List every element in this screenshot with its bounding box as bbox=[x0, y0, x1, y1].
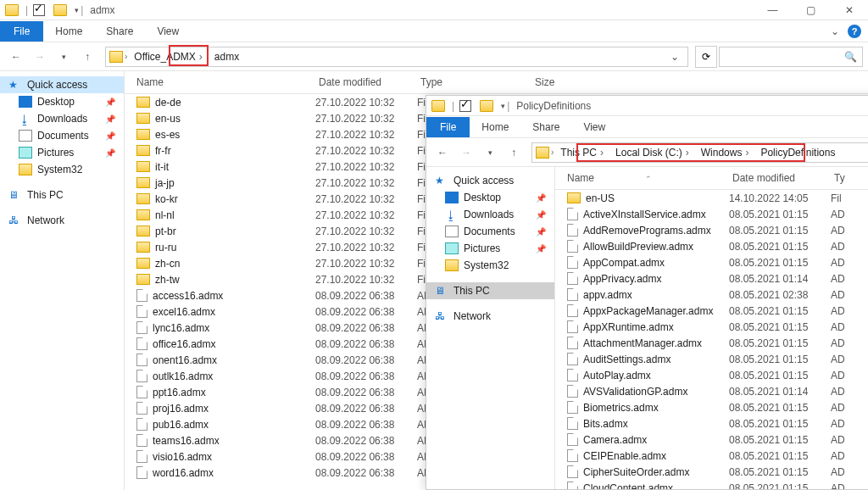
col-date[interactable]: Date modified bbox=[315, 71, 417, 93]
file-icon bbox=[567, 465, 578, 478]
breadcrumb-local-disk[interactable]: Local Disk (C:)› bbox=[610, 145, 694, 160]
col-name[interactable]: Name⌃ bbox=[555, 167, 729, 189]
file-menu[interactable]: File bbox=[426, 117, 470, 137]
recent-locations-icon[interactable]: ▾ bbox=[53, 46, 75, 68]
file-row[interactable]: en-US14.10.2022 14:05Fil bbox=[555, 190, 868, 206]
file-row[interactable]: AutoPlay.admx08.05.2021 01:15AD bbox=[555, 367, 868, 383]
file-date: 27.10.2022 10:32 bbox=[315, 97, 417, 109]
breadcrumb-policydefinitions[interactable]: PolicyDefinitions bbox=[755, 145, 840, 160]
dropdown-arrow-icon[interactable]: ▾ bbox=[501, 102, 505, 110]
up-button[interactable]: ↑ bbox=[503, 142, 525, 164]
help-icon[interactable]: ? bbox=[848, 25, 861, 38]
breadcrumb-windows[interactable]: Windows› bbox=[696, 145, 754, 160]
sidebar-this-pc[interactable]: 🖥This PC bbox=[426, 282, 554, 299]
sidebar-item-desktop[interactable]: Desktop📌 bbox=[426, 189, 554, 206]
address-dropdown-icon[interactable]: ⌄ bbox=[665, 51, 684, 63]
document-icon bbox=[19, 130, 32, 142]
sidebar-item-documents[interactable]: Documents📌 bbox=[426, 223, 554, 240]
file-name: ActiveXInstallService.admx bbox=[583, 209, 706, 220]
col-date[interactable]: Date modified bbox=[729, 167, 831, 189]
file-row[interactable]: AppCompat.admx08.05.2021 01:15AD bbox=[555, 254, 868, 270]
share-menu[interactable]: Share bbox=[520, 117, 571, 137]
search-input[interactable]: 🔍 bbox=[719, 47, 863, 67]
file-row[interactable]: AuditSettings.admx08.05.2021 01:15AD bbox=[555, 351, 868, 367]
file-date: 08.05.2021 01:15 bbox=[729, 241, 831, 253]
file-row[interactable]: AppXRuntime.admx08.05.2021 01:15AD bbox=[555, 319, 868, 335]
home-menu[interactable]: Home bbox=[43, 21, 94, 42]
sidebar-item-system32[interactable]: System32 bbox=[0, 161, 124, 178]
home-menu[interactable]: Home bbox=[470, 117, 520, 137]
file-row[interactable]: AVSValidationGP.admx08.05.2021 01:14AD bbox=[555, 383, 868, 399]
chevron-right-icon[interactable]: › bbox=[125, 52, 127, 61]
file-date: 08.05.2021 01:15 bbox=[729, 209, 831, 220]
file-type: AD bbox=[831, 450, 868, 462]
col-type[interactable]: Type bbox=[417, 71, 531, 93]
back-button[interactable]: ← bbox=[5, 46, 27, 68]
sidebar-this-pc[interactable]: 🖥This PC bbox=[0, 187, 124, 203]
file-row[interactable]: Bits.admx08.05.2021 01:15AD bbox=[555, 415, 868, 432]
breadcrumb-office-admx[interactable]: Office_ADMX› bbox=[129, 49, 207, 64]
sidebar-item-downloads[interactable]: ⭳Downloads📌 bbox=[426, 206, 554, 223]
view-menu[interactable]: View bbox=[145, 21, 191, 42]
sidebar-item-documents[interactable]: Documents📌 bbox=[0, 127, 124, 144]
file-name: ko-kr bbox=[155, 193, 178, 205]
file-row[interactable]: AllowBuildPreview.admx08.05.2021 01:15AD bbox=[555, 238, 868, 254]
file-row[interactable]: CipherSuiteOrder.admx08.05.2021 01:15AD bbox=[555, 464, 868, 480]
dropdown-arrow-icon[interactable]: ▾ bbox=[75, 6, 79, 14]
file-row[interactable]: AttachmentManager.admx08.05.2021 01:15AD bbox=[555, 335, 868, 351]
file-date: 08.05.2021 01:15 bbox=[729, 305, 831, 317]
col-size[interactable]: Size bbox=[531, 71, 599, 93]
file-name: Camera.admx bbox=[583, 434, 647, 446]
sidebar-item-downloads[interactable]: ⭳Downloads📌 bbox=[0, 110, 124, 127]
file-row[interactable]: AddRemovePrograms.admx08.05.2021 01:15AD bbox=[555, 222, 868, 238]
back-button[interactable]: ← bbox=[431, 142, 453, 164]
nav-pane: ★Quick access Desktop📌⭳Downloads📌Documen… bbox=[0, 71, 125, 490]
breadcrumb-admx[interactable]: admx bbox=[209, 49, 244, 64]
recent-locations-icon[interactable]: ▾ bbox=[479, 142, 501, 164]
sidebar-item-pictures[interactable]: Pictures📌 bbox=[426, 240, 554, 257]
close-button[interactable]: ✕ bbox=[830, 0, 868, 20]
file-row[interactable]: CloudContent.admx08.05.2021 01:15AD bbox=[555, 480, 868, 489]
file-row[interactable]: Biometrics.admx08.05.2021 01:15AD bbox=[555, 399, 868, 415]
sidebar-quick-access[interactable]: ★Quick access bbox=[426, 172, 554, 189]
file-row[interactable]: AppxPackageManager.admx08.05.2021 01:15A… bbox=[555, 303, 868, 319]
sidebar-network[interactable]: 🖧Network bbox=[0, 212, 124, 229]
col-type[interactable]: Ty bbox=[831, 167, 868, 189]
file-type: AD bbox=[831, 321, 868, 333]
share-menu[interactable]: Share bbox=[94, 21, 145, 42]
file-row[interactable]: ActiveXInstallService.admx08.05.2021 01:… bbox=[555, 206, 868, 222]
sidebar-item-system32[interactable]: System32 bbox=[426, 257, 554, 274]
up-button[interactable]: ↑ bbox=[76, 46, 98, 68]
file-row[interactable]: AppPrivacy.admx08.05.2021 01:14AD bbox=[555, 270, 868, 287]
checkbox-icon[interactable] bbox=[33, 4, 45, 16]
folder-icon bbox=[19, 164, 32, 175]
file-name: Biometrics.admx bbox=[583, 402, 659, 414]
sidebar-item-desktop[interactable]: Desktop📌 bbox=[0, 93, 124, 110]
address-bar[interactable]: › This PC› Local Disk (C:)› Windows› Pol… bbox=[531, 142, 868, 163]
sidebar-network[interactable]: 🖧Network bbox=[426, 308, 554, 325]
forward-button[interactable]: → bbox=[29, 46, 51, 68]
address-bar[interactable]: › Office_ADMX› admx ⌄ bbox=[105, 47, 688, 67]
file-type: AD bbox=[831, 402, 868, 414]
file-date: 27.10.2022 10:32 bbox=[315, 242, 417, 253]
file-menu[interactable]: File bbox=[0, 21, 43, 42]
file-icon bbox=[136, 434, 147, 447]
forward-button[interactable]: → bbox=[455, 142, 477, 164]
sidebar-item-pictures[interactable]: Pictures📌 bbox=[0, 144, 124, 161]
file-row[interactable]: Camera.admx08.05.2021 01:15AD bbox=[555, 432, 868, 448]
checkbox-icon[interactable] bbox=[459, 100, 471, 112]
refresh-button[interactable]: ⟳ bbox=[695, 46, 717, 68]
chevron-right-icon[interactable]: › bbox=[551, 148, 554, 157]
file-name: onent16.admx bbox=[153, 354, 217, 366]
ribbon-collapse-icon[interactable]: ⌄ bbox=[822, 25, 848, 37]
maximize-button[interactable]: ▢ bbox=[792, 0, 830, 20]
view-menu[interactable]: View bbox=[571, 117, 617, 137]
breadcrumb-this-pc[interactable]: This PC› bbox=[555, 145, 609, 160]
col-name[interactable]: Name bbox=[125, 71, 315, 93]
file-row[interactable]: CEIPEnable.admx08.05.2021 01:15AD bbox=[555, 448, 868, 464]
file-name: AttachmentManager.admx bbox=[583, 337, 702, 349]
sidebar-quick-access[interactable]: ★Quick access bbox=[0, 76, 124, 93]
file-name: AppCompat.admx bbox=[583, 257, 665, 269]
minimize-button[interactable]: — bbox=[754, 0, 792, 20]
file-row[interactable]: appv.admx08.05.2021 02:38AD bbox=[555, 287, 868, 303]
